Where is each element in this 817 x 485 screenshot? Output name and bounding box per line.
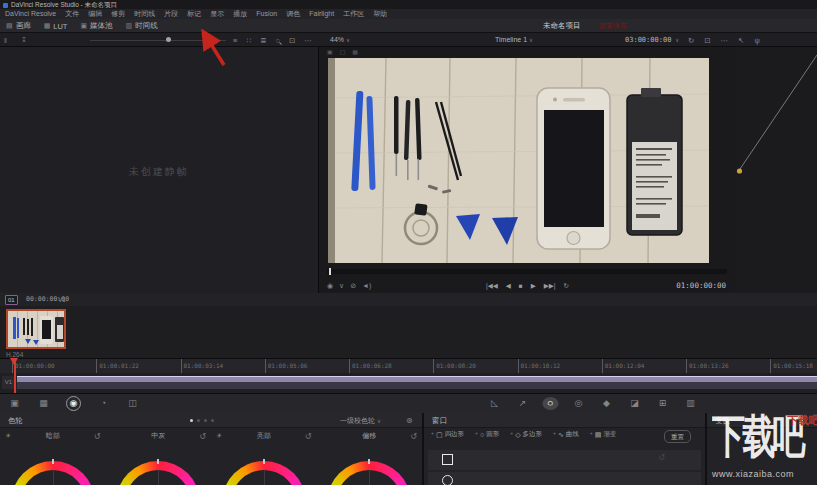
color-viewer-icon[interactable]: ◉ [327, 282, 333, 290]
loop-button[interactable]: ↻ [563, 282, 568, 290]
more-options-icon[interactable]: ⋯ [304, 36, 312, 45]
qualifier-icon[interactable]: ↗ [516, 397, 529, 410]
menu-item[interactable]: 片段 [164, 9, 178, 19]
key-icon[interactable]: ◪ [628, 397, 641, 410]
camera-raw-icon[interactable]: ▣ [8, 397, 21, 410]
thumbnail-view-icon[interactable]: ∷ [246, 36, 251, 45]
menu-item[interactable]: 编辑 [88, 9, 102, 19]
color-wheel-puck-area[interactable] [125, 470, 191, 485]
chevron-down-icon[interactable]: ∨ [339, 282, 344, 290]
bypass-grades-icon[interactable]: ⊘ [350, 282, 356, 290]
color-wheel-ring[interactable] [116, 461, 200, 485]
search-icon[interactable]: ○ [275, 36, 280, 45]
list-view-icon[interactable]: ≣ [260, 36, 266, 45]
master-level-icon[interactable]: ☀ [216, 432, 228, 440]
menu-item[interactable]: 时间线 [134, 9, 155, 19]
color-wheel: ☀ 亮部 ↺ [211, 428, 317, 485]
circle-window-tool[interactable]: + ○ 圆形 [475, 430, 499, 439]
viewer-scrub-bar[interactable] [327, 269, 727, 274]
menu-item[interactable]: 工作区 [343, 9, 364, 19]
menu-item[interactable]: Fairlight [309, 9, 334, 19]
loop-icon[interactable]: ↻ [688, 36, 694, 45]
thumbnail-size-slider-knob[interactable] [166, 37, 171, 42]
clip-thumbnail[interactable] [6, 309, 66, 349]
more-options-icon[interactable]: ⋯ [721, 36, 729, 45]
stereo-3d-icon[interactable]: ▥ [684, 397, 697, 410]
tracker-icon[interactable]: ◎ [572, 397, 585, 410]
skip-end-button[interactable]: ▶▶| [544, 282, 556, 290]
timeline-playhead[interactable] [14, 358, 16, 393]
color-match-icon[interactable]: ▦ [37, 397, 50, 410]
menu-item[interactable]: 文件 [65, 9, 79, 19]
hand-icon[interactable]: ψ [754, 36, 759, 45]
sizing-icon[interactable]: ⊞ [656, 397, 669, 410]
cursor-icon[interactable]: ↖ [738, 36, 744, 45]
master-level-icon[interactable]: ☀ [5, 432, 17, 440]
lut-button[interactable]: ▦LUT [44, 22, 68, 31]
color-wheel-puck-area[interactable] [231, 470, 297, 485]
step-back-button[interactable]: ◀ [506, 282, 511, 290]
menu-item[interactable]: Fusion [256, 9, 277, 19]
watermark-logo-small: 下载吧 [787, 413, 817, 428]
timelines-button[interactable]: ▥时间线 [126, 21, 158, 31]
wheels-mode-select[interactable]: 一级校色轮 ∨ [340, 413, 381, 429]
viewer-mode-icon-1[interactable]: ▣ [327, 48, 333, 55]
square-window-tool[interactable]: + ▢ 四边形 [431, 430, 464, 439]
curves-icon[interactable]: ◺ [488, 397, 501, 410]
polygon-window-tool[interactable]: + ◇ 多边形 [510, 430, 542, 439]
window-shape-icon: ◇ [515, 431, 520, 439]
sort-icon[interactable]: ≡ [233, 36, 237, 45]
menu-item[interactable]: 标记 [187, 9, 201, 19]
menu-item[interactable]: 播放 [233, 9, 247, 19]
color-wheel-ring[interactable] [327, 461, 411, 485]
viewer-mode-icon-2[interactable]: ▢ [340, 48, 346, 55]
wheel-reset-icon[interactable]: ↺ [405, 432, 417, 441]
window-list-row[interactable]: ↺ [428, 450, 701, 470]
color-wheel-ring[interactable] [222, 461, 306, 485]
menu-item[interactable]: 显示 [210, 9, 224, 19]
blur-icon[interactable]: ◆ [600, 397, 613, 410]
wheels-settings-icon[interactable]: ⊛ [406, 413, 413, 428]
viewer-playhead[interactable] [329, 268, 331, 275]
menu-item[interactable]: 调色 [286, 9, 300, 19]
wheel-reset-icon[interactable]: ↺ [89, 432, 101, 441]
palette-pagination-dots[interactable] [190, 419, 214, 422]
viewer-zoom-select[interactable]: 44% ∨ [330, 33, 350, 47]
still-albums-icon[interactable]: ‖ [4, 37, 7, 44]
timeline-clip-bar[interactable] [17, 376, 817, 389]
timeline-select[interactable]: Timeline 1 ∨ [495, 33, 533, 47]
viewer-timecode[interactable]: 03:00:00:00 ∨ [625, 33, 679, 47]
add-icon: + [510, 430, 513, 436]
media-pool-button[interactable]: ▣媒体池 [80, 21, 112, 31]
speaker-icon[interactable]: ◄) [362, 282, 371, 289]
stop-button[interactable]: ■ [519, 282, 523, 289]
gallery-button[interactable]: ▤画廊 [6, 21, 31, 31]
gradient-window-tool[interactable]: + ▤ 渐变 [590, 430, 617, 439]
expand-icon[interactable]: ⊡ [704, 36, 710, 45]
menu-item[interactable]: 帮助 [373, 9, 387, 19]
row-reset-icon[interactable]: ↺ [658, 453, 665, 462]
play-button[interactable]: ▶ [531, 282, 536, 290]
color-wheel-puck-area[interactable] [20, 470, 86, 485]
expand-icon[interactable]: ⊡ [289, 36, 295, 45]
curve-window-tool[interactable]: + ∿ 曲线 [553, 430, 579, 439]
motion-effects-icon[interactable]: ◫ [126, 397, 139, 410]
node-dot[interactable] [737, 168, 742, 173]
window-list-row[interactable] [428, 472, 701, 485]
wheel-label: 中灰 [123, 431, 195, 441]
clip-codec-label: H.264 [6, 351, 23, 358]
timeline-ruler[interactable]: 01:00:00:0001:00:01:2201:00:03:1401:00:0… [0, 358, 817, 373]
color-wheels-icon[interactable]: ◉ [66, 396, 81, 411]
color-wheel-ring[interactable] [11, 461, 95, 485]
wheel-reset-icon[interactable]: ↺ [300, 432, 312, 441]
grab-still-icon[interactable]: ↧ [21, 36, 27, 44]
window-icon[interactable]: ○ [542, 397, 558, 410]
window-reset-button[interactable]: 重置 [664, 430, 691, 443]
wheel-reset-icon[interactable]: ↺ [194, 432, 206, 441]
rgb-mixer-icon[interactable]: ◔ [97, 397, 110, 410]
menu-item[interactable]: 修剪 [111, 9, 125, 19]
skip-start-button[interactable]: |◀◀ [486, 282, 498, 290]
color-wheel-puck-area[interactable] [336, 470, 402, 485]
menu-item[interactable]: DaVinci Resolve [5, 9, 56, 19]
viewer-mode-icon-3[interactable]: ▦ [352, 48, 358, 55]
